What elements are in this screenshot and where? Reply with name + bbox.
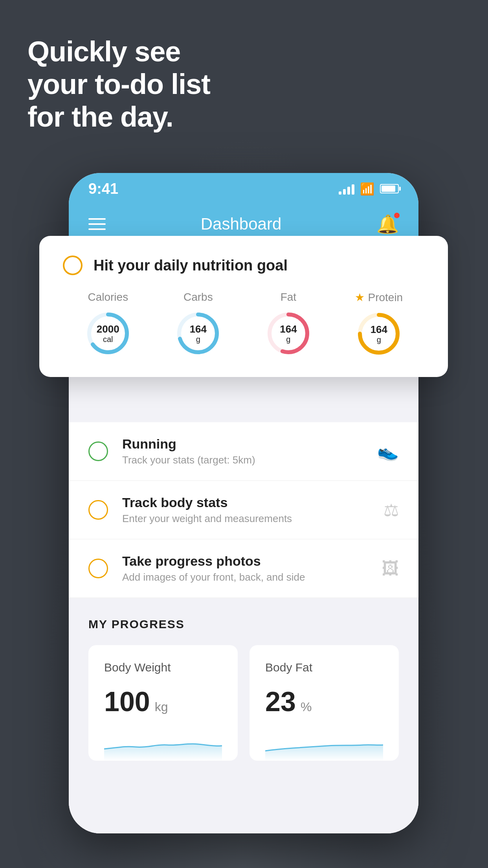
todo-text-body-stats: Track body stats Enter your weight and m… — [122, 495, 369, 525]
fat-value: 164 g — [280, 324, 297, 344]
nav-title: Dashboard — [201, 215, 281, 234]
todo-title-running: Running — [122, 436, 363, 452]
body-fat-unit: % — [301, 700, 312, 714]
calories-donut: 2000 cal — [84, 310, 132, 357]
nutrition-radio[interactable] — [63, 256, 83, 275]
todo-title-body-stats: Track body stats — [122, 495, 369, 510]
body-fat-number: 23 — [265, 686, 296, 717]
progress-title: MY PROGRESS — [88, 618, 399, 631]
carbs-value: 164 g — [190, 324, 207, 344]
protein-stat: ★ Protein 164 g — [355, 291, 403, 357]
signal-icon — [339, 183, 354, 195]
nutrition-stats: Calories 2000 cal Carbs — [63, 291, 424, 357]
fat-label: Fat — [281, 291, 296, 303]
progress-section: MY PROGRESS Body Weight 100 kg — [69, 598, 418, 761]
headline: Quickly see your to-do list for the day. — [28, 35, 210, 133]
calories-stat: Calories 2000 cal — [84, 291, 132, 357]
todo-title-photos: Take progress photos — [122, 554, 367, 569]
carbs-label: Carbs — [183, 291, 213, 303]
star-icon: ★ — [355, 291, 365, 304]
carbs-donut: 164 g — [174, 310, 222, 357]
card-header: Hit your daily nutrition goal — [63, 256, 424, 275]
menu-button[interactable] — [88, 218, 106, 230]
list-item[interactable]: Running Track your stats (target: 5km) 👟 — [69, 422, 418, 481]
status-bar: 9:41 📶 — [69, 173, 418, 204]
battery-icon — [380, 184, 399, 193]
body-fat-value-row: 23 % — [265, 686, 383, 717]
headline-line1: Quickly see — [28, 35, 210, 68]
body-weight-label: Body Weight — [104, 661, 222, 674]
todo-check-body-stats[interactable] — [88, 500, 108, 520]
todo-sub-photos: Add images of your front, back, and side — [122, 571, 367, 583]
todo-list: Running Track your stats (target: 5km) 👟… — [69, 422, 418, 598]
todo-text-photos: Take progress photos Add images of your … — [122, 554, 367, 583]
photo-icon: 🖼 — [382, 559, 399, 578]
progress-cards: Body Weight 100 kg — [88, 645, 399, 761]
todo-sub-body-stats: Enter your weight and measurements — [122, 513, 369, 525]
list-item[interactable]: Take progress photos Add images of your … — [69, 539, 418, 598]
status-icons: 📶 — [339, 182, 399, 196]
calories-label: Calories — [88, 291, 128, 303]
body-weight-value-row: 100 kg — [104, 686, 222, 717]
body-weight-chart — [104, 729, 222, 761]
carbs-stat: Carbs 164 g — [174, 291, 222, 357]
body-fat-label: Body Fat — [265, 661, 383, 674]
protein-label: ★ Protein — [355, 291, 403, 304]
body-fat-card[interactable]: Body Fat 23 % — [250, 645, 399, 761]
running-icon: 👟 — [377, 441, 399, 462]
notification-button[interactable]: 🔔 — [376, 213, 399, 235]
body-weight-unit: kg — [155, 700, 168, 714]
body-weight-number: 100 — [104, 686, 150, 717]
status-time: 9:41 — [88, 180, 118, 197]
todo-check-running[interactable] — [88, 441, 108, 461]
nutrition-card: Hit your daily nutrition goal Calories 2… — [39, 236, 448, 377]
body-fat-chart — [265, 729, 383, 761]
body-weight-card[interactable]: Body Weight 100 kg — [88, 645, 238, 761]
nutrition-title: Hit your daily nutrition goal — [94, 257, 288, 274]
todo-text-running: Running Track your stats (target: 5km) — [122, 436, 363, 466]
protein-value: 164 g — [371, 324, 387, 344]
list-item[interactable]: Track body stats Enter your weight and m… — [69, 481, 418, 539]
headline-line2: your to-do list — [28, 68, 210, 101]
calories-value: 2000 cal — [97, 324, 119, 344]
wifi-icon: 📶 — [360, 182, 374, 196]
todo-sub-running: Track your stats (target: 5km) — [122, 454, 363, 466]
protein-donut: 164 g — [355, 310, 402, 357]
todo-check-photos[interactable] — [88, 559, 108, 578]
fat-donut: 164 g — [265, 310, 312, 357]
scale-icon: ⚖ — [383, 500, 399, 520]
headline-line3: for the day. — [28, 101, 210, 133]
notification-badge — [393, 212, 400, 219]
fat-stat: Fat 164 g — [265, 291, 312, 357]
